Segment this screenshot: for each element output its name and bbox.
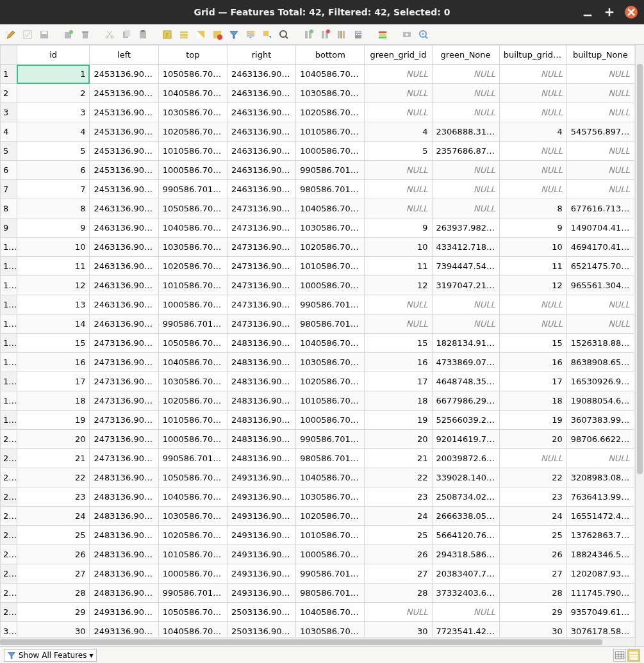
- table-view-icon[interactable]: [613, 649, 626, 662]
- cell[interactable]: 990586.701…: [158, 449, 227, 468]
- cell[interactable]: NULL: [432, 103, 499, 122]
- cell[interactable]: 22: [499, 468, 566, 487]
- cell[interactable]: 25: [499, 526, 566, 545]
- cell[interactable]: 1030586.70…: [158, 238, 227, 257]
- cell[interactable]: NULL: [566, 180, 634, 199]
- cell[interactable]: 1040586.70…: [296, 603, 365, 622]
- cell[interactable]: 2453136.90…: [90, 180, 158, 199]
- cell[interactable]: 1020586.70…: [158, 257, 227, 276]
- row-number[interactable]: 19: [1, 411, 17, 430]
- pencil-icon[interactable]: [4, 28, 18, 42]
- cell[interactable]: 2473136.90…: [90, 391, 158, 411]
- cell[interactable]: 990586.701…: [296, 161, 365, 180]
- table-row[interactable]: 27272483136.90…1000586.70…2493136.90…990…: [1, 564, 644, 584]
- row-number[interactable]: 15: [1, 334, 17, 353]
- cell[interactable]: 1000586.70…: [296, 142, 365, 161]
- table-row[interactable]: 992463136.90…1040586.70…2473136.90…10305…: [1, 218, 644, 238]
- row-number[interactable]: 3: [1, 103, 17, 122]
- cell[interactable]: NULL: [432, 65, 499, 84]
- cell[interactable]: 1030586.70…: [158, 507, 227, 526]
- cell[interactable]: 13: [17, 295, 90, 315]
- table-row[interactable]: 25252483136.90…1020586.70…2493136.90…101…: [1, 526, 644, 545]
- cell[interactable]: 3607383.99…: [566, 411, 634, 430]
- cell[interactable]: 2483136.90…: [90, 507, 158, 526]
- cell[interactable]: NULL: [566, 142, 634, 161]
- cell[interactable]: NULL: [365, 199, 432, 218]
- cell[interactable]: 2463136.90…: [90, 238, 158, 257]
- cell[interactable]: 2463136.90…: [227, 84, 295, 103]
- row-number[interactable]: 6: [1, 161, 17, 180]
- cell[interactable]: 11: [365, 257, 432, 276]
- table-row[interactable]: 26262483136.90…1010586.70…2493136.90…100…: [1, 545, 644, 564]
- cell[interactable]: NULL: [365, 84, 432, 103]
- row-number[interactable]: 10: [1, 238, 17, 257]
- cell[interactable]: NULL: [365, 295, 432, 315]
- cell[interactable]: 5664120.76…: [432, 526, 499, 545]
- cell[interactable]: 1010586.70…: [296, 257, 365, 276]
- cell[interactable]: 1040586.70…: [296, 334, 365, 353]
- table-row[interactable]: 11112463136.90…1020586.70…2473136.90…101…: [1, 257, 644, 276]
- cell[interactable]: 28: [499, 584, 566, 603]
- cell[interactable]: 545756.897…: [566, 122, 634, 142]
- new-column-icon[interactable]: [301, 28, 315, 42]
- table-row[interactable]: 222453136.90…1040586.70…2463136.90…10305…: [1, 84, 644, 103]
- cell[interactable]: 10: [499, 238, 566, 257]
- cell[interactable]: 1050586.70…: [158, 199, 227, 218]
- cell[interactable]: 2666338.05…: [432, 507, 499, 526]
- cell[interactable]: 25: [365, 526, 432, 545]
- row-number[interactable]: 21: [1, 449, 17, 468]
- cell[interactable]: 1010586.70…: [296, 526, 365, 545]
- cell[interactable]: 1010586.70…: [158, 545, 227, 564]
- row-number[interactable]: 20: [1, 430, 17, 449]
- cell[interactable]: 5: [17, 142, 90, 161]
- move-selection-to-top-icon[interactable]: [244, 28, 258, 42]
- cell[interactable]: 990586.701…: [158, 584, 227, 603]
- cell[interactable]: 2483136.90…: [227, 391, 295, 411]
- cell[interactable]: 2508734.02…: [432, 487, 499, 507]
- row-number[interactable]: 16: [1, 353, 17, 372]
- cell[interactable]: 52566039.2…: [432, 411, 499, 430]
- cell[interactable]: 12: [499, 276, 566, 295]
- cell[interactable]: 1030586.70…: [158, 103, 227, 122]
- filter-icon[interactable]: [227, 28, 241, 42]
- cell[interactable]: 2463136.90…: [227, 65, 295, 84]
- row-number[interactable]: 13: [1, 295, 17, 315]
- cell[interactable]: 9: [499, 218, 566, 238]
- table-row[interactable]: 10102463136.90…1030586.70…2473136.90…102…: [1, 238, 644, 257]
- table-row[interactable]: 24242483136.90…1030586.70…2493136.90…102…: [1, 507, 644, 526]
- row-number[interactable]: 11: [1, 257, 17, 276]
- cell[interactable]: 1490704.41…: [566, 218, 634, 238]
- table-viewport[interactable]: id left top right bottom green_grid_id g…: [0, 45, 644, 646]
- cell[interactable]: 5: [365, 142, 432, 161]
- col-header[interactable]: green_None: [432, 45, 499, 65]
- cell[interactable]: 1030586.70…: [296, 353, 365, 372]
- cell[interactable]: 263937.982…: [432, 218, 499, 238]
- col-header[interactable]: left: [90, 45, 158, 65]
- cell[interactable]: 26: [17, 545, 90, 564]
- pan-to-selected-icon[interactable]: [260, 28, 274, 42]
- cell[interactable]: 28: [17, 584, 90, 603]
- cell[interactable]: 17: [499, 372, 566, 391]
- cell[interactable]: 2493136.90…: [227, 584, 295, 603]
- cell[interactable]: 26: [499, 545, 566, 564]
- cell[interactable]: 18824346.5…: [566, 545, 634, 564]
- col-header[interactable]: builtup_None: [566, 45, 634, 65]
- cell[interactable]: 9357049.61…: [566, 603, 634, 622]
- cell[interactable]: 1040586.70…: [296, 65, 365, 84]
- cell[interactable]: NULL: [499, 315, 566, 334]
- cell[interactable]: 19088054.6…: [566, 391, 634, 411]
- cell[interactable]: 2493136.90…: [227, 545, 295, 564]
- row-number[interactable]: 1: [1, 65, 17, 84]
- cell[interactable]: NULL: [566, 161, 634, 180]
- row-number[interactable]: 5: [1, 142, 17, 161]
- cell[interactable]: 1020586.70…: [158, 391, 227, 411]
- cell[interactable]: 1050586.70…: [158, 603, 227, 622]
- row-number[interactable]: 23: [1, 487, 17, 507]
- table-row[interactable]: 332453136.90…1030586.70…2463136.90…10205…: [1, 103, 644, 122]
- cell[interactable]: 27: [365, 564, 432, 584]
- cell[interactable]: 19: [365, 411, 432, 430]
- table-row[interactable]: 14142463136.90…990586.701…2473136.90…980…: [1, 315, 644, 334]
- row-number[interactable]: 22: [1, 468, 17, 487]
- cell[interactable]: 15: [17, 334, 90, 353]
- row-number[interactable]: 27: [1, 564, 17, 584]
